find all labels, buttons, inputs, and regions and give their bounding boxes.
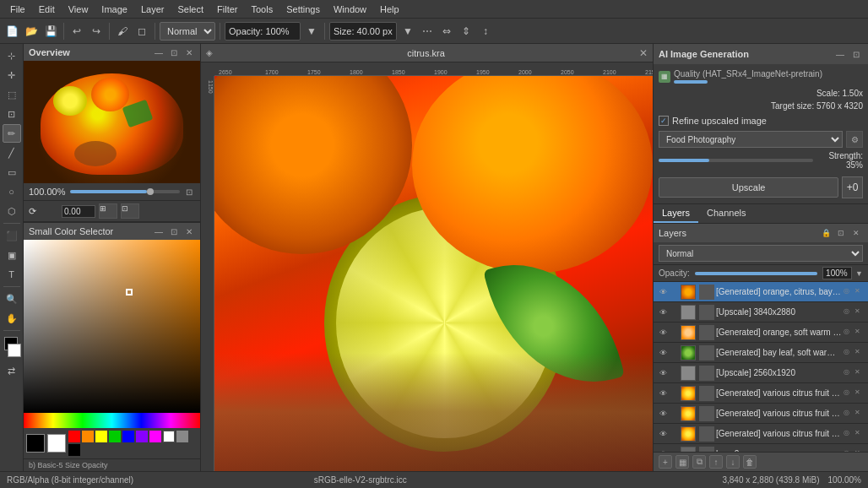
tab-channels[interactable]: Channels xyxy=(698,204,754,223)
overview-panel-header[interactable]: Overview — ⊡ ✕ xyxy=(24,44,200,61)
ai-panel-expand[interactable]: ⊡ xyxy=(849,47,863,61)
layer-eye-4[interactable]: 👁 xyxy=(657,367,669,379)
canvas-close-btn[interactable]: ✕ xyxy=(639,47,648,59)
fill-tool[interactable]: ⬛ xyxy=(3,226,21,245)
delete-layer-btn[interactable]: 🗑 xyxy=(743,455,757,469)
color-gradient-area[interactable] xyxy=(24,240,200,413)
text-tool[interactable]: T xyxy=(3,265,21,284)
layer-action-4-2[interactable]: ✕ xyxy=(854,368,865,378)
zoom-expand-btn[interactable]: ⊡ xyxy=(183,186,195,198)
layer-action-0-1[interactable]: ◎ xyxy=(844,287,854,297)
pan-tool[interactable]: ✋ xyxy=(3,309,21,328)
layer-item[interactable]: 👁 [Generated] various citrus fruit arran… xyxy=(654,424,868,444)
tab-layers[interactable]: Layers xyxy=(654,204,698,223)
menu-file[interactable]: File xyxy=(3,3,32,16)
undo-icon[interactable]: ↩ xyxy=(68,23,85,40)
menu-edit[interactable]: Edit xyxy=(32,3,62,16)
layer-action-6-1[interactable]: ◎ xyxy=(844,409,854,419)
layer-item[interactable]: 👁 [Upscale] 2560x1920 ◎ ✕ xyxy=(654,363,868,383)
eraser-icon[interactable]: ◻ xyxy=(133,23,150,40)
color-selector-header[interactable]: Small Color Selector — ⊡ ✕ xyxy=(24,223,200,240)
paint-tool-icon[interactable]: 🖌 xyxy=(114,23,131,40)
overview-minimize-btn[interactable]: — xyxy=(153,46,165,58)
ellipse-tool[interactable]: ○ xyxy=(3,182,21,201)
layer-action-2-1[interactable]: ◎ xyxy=(844,328,854,338)
redo-icon[interactable]: ↪ xyxy=(88,23,105,40)
color-selector-minimize-btn[interactable]: — xyxy=(153,225,165,237)
layer-eye-7[interactable]: 👁 xyxy=(657,428,669,440)
menu-filter[interactable]: Filter xyxy=(210,3,244,16)
active-bg-swatch[interactable] xyxy=(47,434,66,453)
layer-item[interactable]: 👁 [Generated] various citrus fruit arran… xyxy=(654,404,868,424)
brush-size-dropdown-icon[interactable]: ▼ xyxy=(399,23,416,40)
mirror-x-icon[interactable]: ⇔ xyxy=(438,23,455,40)
ai-strength-slider[interactable] xyxy=(659,159,813,162)
swatch-yellow[interactable] xyxy=(95,431,107,442)
layer-action-7-1[interactable]: ◎ xyxy=(844,429,854,439)
ai-panel-minimize[interactable]: — xyxy=(833,47,847,61)
duplicate-layer-btn[interactable]: ⧉ xyxy=(692,455,706,469)
layer-item[interactable]: 👁 layer2 ◎ ✕ xyxy=(654,444,868,452)
layers-opacity-input[interactable] xyxy=(822,267,852,279)
layer-eye-6[interactable]: 👁 xyxy=(657,408,669,420)
menu-tools[interactable]: Tools xyxy=(245,3,280,16)
layer-eye-5[interactable]: 👁 xyxy=(657,388,669,399)
ai-preset-select[interactable]: Food Photography xyxy=(659,131,843,148)
color-selector-expand-btn[interactable]: ⊡ xyxy=(168,225,180,237)
layer-action-1-1[interactable]: ◎ xyxy=(844,307,854,317)
layer-item[interactable]: 👁 [Generated] various citrus fruit arran… xyxy=(654,383,868,404)
new-document-icon[interactable]: 📄 xyxy=(3,23,20,40)
add-layer-btn[interactable]: + xyxy=(659,455,672,469)
menu-view[interactable]: View xyxy=(62,3,95,16)
menu-window[interactable]: Window xyxy=(327,3,373,16)
color-selector-close-btn[interactable]: ✕ xyxy=(183,225,195,237)
overview-expand-btn[interactable]: ⊡ xyxy=(168,46,180,58)
canvas-scroll[interactable] xyxy=(214,76,653,471)
swatch-magenta[interactable] xyxy=(149,431,161,442)
layers-mode-select[interactable]: Normal xyxy=(659,245,863,262)
save-icon[interactable]: 💾 xyxy=(42,23,59,40)
line-tool[interactable]: ╱ xyxy=(3,144,21,162)
layers-close-btn[interactable]: ✕ xyxy=(849,226,863,240)
rectangle-tool[interactable]: ▭ xyxy=(3,163,21,182)
menu-select[interactable]: Select xyxy=(171,3,210,16)
layer-item[interactable]: 👁 [Generated] orange, citrus, bay leaf, … xyxy=(654,282,868,302)
layer-action-1-2[interactable]: ✕ xyxy=(854,307,865,317)
opacity-dropdown-icon[interactable]: ▼ xyxy=(303,23,320,40)
layer-action-4-1[interactable]: ◎ xyxy=(844,368,854,378)
layer-action-2-2[interactable]: ✕ xyxy=(854,328,865,338)
move-up-btn[interactable]: ↑ xyxy=(709,455,723,469)
move-down-btn[interactable]: ↓ xyxy=(726,455,740,469)
open-icon[interactable]: 📂 xyxy=(23,23,40,40)
blend-mode-select[interactable]: Normal xyxy=(160,22,215,41)
view-reset-btn[interactable]: ⊞ xyxy=(99,203,117,219)
layer-action-7-2[interactable]: ✕ xyxy=(854,429,865,439)
ai-gear-btn[interactable]: ⚙ xyxy=(846,131,863,148)
polygon-tool[interactable]: ⬡ xyxy=(3,202,21,220)
background-color[interactable] xyxy=(8,344,21,357)
swatch-blue[interactable] xyxy=(122,431,134,442)
layer-item[interactable]: 👁 [Generated] bay leaf, soft warm aftern… xyxy=(654,343,868,363)
brush-dynamics-icon[interactable]: ⋯ xyxy=(419,23,436,40)
upscale-button[interactable]: Upscale xyxy=(659,177,838,198)
swatch-white[interactable] xyxy=(163,431,175,442)
layer-action-3-1[interactable]: ◎ xyxy=(844,348,854,358)
swatch-gray[interactable] xyxy=(176,431,188,442)
refine-checkbox[interactable]: ✓ xyxy=(659,116,669,126)
swatch-purple[interactable] xyxy=(136,431,148,442)
layer-action-3-2[interactable]: ✕ xyxy=(854,348,865,358)
swatch-red[interactable] xyxy=(68,431,80,442)
overview-close-btn[interactable]: ✕ xyxy=(183,46,195,58)
swatch-green[interactable] xyxy=(109,431,121,442)
mirror-y-icon[interactable]: ⇕ xyxy=(458,23,475,40)
layer-action-5-1[interactable]: ◎ xyxy=(844,388,854,399)
brush-size-input[interactable]: Size: 40.00 px xyxy=(329,22,397,41)
zoom-slider[interactable] xyxy=(70,190,180,193)
freehand-brush-tool[interactable]: ✏ xyxy=(3,124,21,143)
upscale-plus-btn[interactable]: +0 xyxy=(842,176,863,198)
view-fit-btn[interactable]: ⊡ xyxy=(121,203,139,219)
active-fg-swatch[interactable] xyxy=(26,434,45,453)
swatch-black[interactable] xyxy=(68,444,80,456)
layer-eye-2[interactable]: 👁 xyxy=(657,327,669,339)
layer-action-0-2[interactable]: ✕ xyxy=(854,287,865,297)
